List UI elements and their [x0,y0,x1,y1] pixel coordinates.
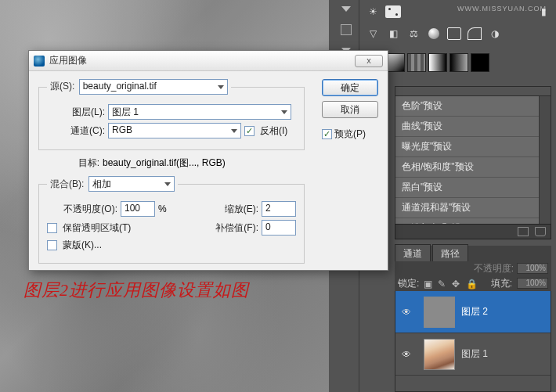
swatch-icon[interactable] [407,53,426,72]
presets-header [395,87,551,96]
top-icon-area: WWW.MISSYUAN.COM ☀ ▮ ▽ ◧ ⚖ ◑ [360,3,551,72]
new-icon[interactable] [518,227,529,236]
fill-field[interactable]: 100% [517,278,548,289]
scrollbar[interactable] [539,96,551,225]
brush-icon[interactable]: ✎ [438,279,447,288]
preset-item[interactable]: 曲线"预设 [395,117,551,137]
visibility-icon[interactable]: 👁 [395,307,417,318]
opacity-input[interactable]: 100 [121,201,155,217]
preset-item[interactable]: 曝光度"预设 [395,137,551,157]
app-icon [34,56,45,67]
swatch-icon[interactable] [386,53,405,72]
presets-panel: 色阶"预设 曲线"预设 曝光度"预设 色相/饱和度"预设 黑白"预设 通道混和器… [395,86,551,225]
target-value: beauty_original.tif(图..., RGB) [103,156,226,170]
layer-label: 图层(L): [47,106,105,119]
lock-label: 锁定: [398,277,419,290]
channel-label: 通道(C): [47,124,105,138]
ok-button[interactable]: 确定 [322,79,378,96]
fill-label: 填充: [491,277,512,290]
annotation-text: 图层2进行应用图像设置如图 [23,279,249,302]
preset-list: 色阶"预设 曲线"预设 曝光度"预设 色相/饱和度"预设 黑白"预设 通道混和器… [395,96,551,225]
offset-input[interactable]: 0 [262,220,296,236]
blend-dropdown[interactable]: 相加 [88,176,175,192]
cancel-button[interactable]: 取消 [322,101,378,118]
tool-slot-icon[interactable] [341,24,352,35]
scale-label: 缩放(E): [225,203,258,216]
invert-checkbox[interactable]: ✓ [244,126,255,136]
trash-icon[interactable] [535,227,546,236]
lock-row: 锁定: ▣ ✎ ✥ 🔒 填充: 100% [395,275,551,291]
panel-tabs: 通道 路径 [395,246,551,261]
layers-panel: 👁 图层 2 👁 图层 1 [395,291,551,392]
layer-thumbnail[interactable] [424,297,455,328]
layer-thumbnail[interactable] [424,339,455,370]
preserve-checkbox[interactable] [47,223,57,233]
close-button[interactable]: x [355,55,383,67]
sphere-icon[interactable] [426,27,442,41]
apply-image-dialog: 应用图像 x 确定 取消 ✓ 预览(P) 源(S): beauty_origin… [28,50,388,271]
overlap-icon[interactable]: ◑ [487,27,503,41]
preserve-label: 保留透明区域(T) [63,221,131,235]
layer-name: 图层 2 [461,305,488,318]
preset-item[interactable]: 黑白"预设 [395,178,551,198]
square-icon[interactable] [446,27,462,41]
opacity-unit: % [158,203,167,214]
opacity-field[interactable]: 100% [517,263,548,274]
lock-transparent-icon[interactable]: ▣ [424,279,433,288]
expand-icon[interactable] [341,6,351,12]
tab-channels[interactable]: 通道 [395,244,431,263]
source-dropdown[interactable]: beauty_original.tif [79,79,228,95]
titlebar[interactable]: 应用图像 x [29,51,388,71]
mask-checkbox[interactable] [47,240,57,250]
preset-item[interactable]: 通道混和器"预设 [395,198,551,218]
invert-label: 反相(I) [260,124,287,138]
preview-checkbox[interactable]: ✓ [322,129,332,139]
mask-label: 蒙版(K)... [63,239,102,252]
target-label: 目标: [38,156,99,170]
preset-item[interactable]: 色阶"预设 [395,96,551,117]
dialog-title: 应用图像 [49,54,355,67]
swatch-icon[interactable] [428,53,447,72]
panel-footer [395,224,551,239]
balance-icon[interactable]: ⚖ [406,27,421,41]
tab-paths[interactable]: 路径 [432,244,468,263]
offset-label: 补偿值(F): [215,221,258,235]
preset-item[interactable]: 色相/饱和度"预设 [395,157,551,178]
layer-row[interactable]: 👁 图层 2 [395,291,551,333]
visibility-icon[interactable]: 👁 [395,349,417,360]
move-icon[interactable]: ✥ [452,279,461,288]
lock-icon[interactable]: 🔒 [466,279,475,288]
curves-icon[interactable]: ◧ [385,27,401,41]
source-legend: 源(S): [50,81,74,92]
opacity-row: 不透明度: 100% [395,261,551,275]
levels-icon[interactable]: ▽ [365,27,381,41]
sun-icon[interactable]: ☀ [365,5,381,19]
swatch-icon[interactable] [471,53,489,72]
swatch-row [360,53,551,72]
channel-dropdown[interactable]: RGB [108,123,241,138]
layer-dropdown[interactable]: 图层 1 [108,104,291,120]
dots-icon[interactable] [385,5,401,19]
scale-input[interactable]: 2 [262,201,296,217]
opacity-label: 不透明度: [474,262,514,275]
opacity-label: 不透明度(O): [47,203,117,216]
blend-legend: 混合(B): [50,178,84,189]
shape-icon[interactable] [467,27,482,41]
swatch-icon[interactable] [449,53,468,72]
layer-name: 图层 1 [461,347,488,361]
layer-row[interactable]: 👁 图层 1 [395,333,551,376]
watermark: WWW.MISSYUAN.COM [457,5,547,13]
preview-label: 预览(P) [334,128,366,141]
